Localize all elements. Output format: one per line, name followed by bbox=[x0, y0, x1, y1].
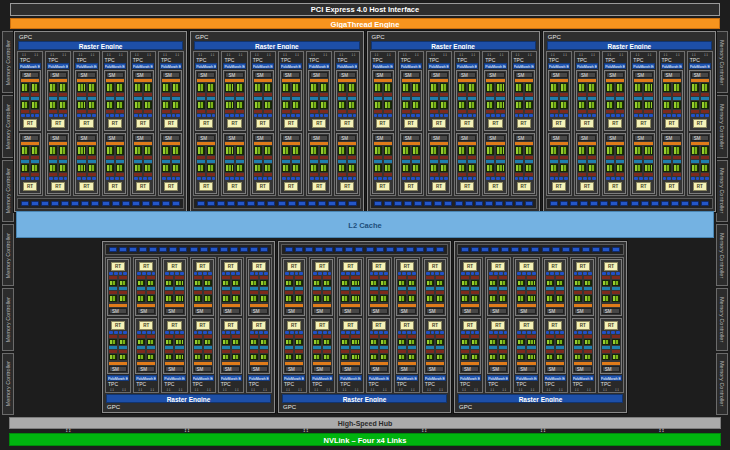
sm-core-block-2 bbox=[49, 101, 67, 110]
cuda-core-columns bbox=[370, 295, 378, 301]
cuda-core-columns bbox=[225, 164, 233, 173]
sm-cache-boxes bbox=[602, 272, 620, 275]
cuda-core-columns bbox=[426, 339, 434, 345]
sm-tex-bar bbox=[691, 160, 709, 163]
sm-label: SM bbox=[606, 135, 624, 141]
sm-core-block-1 bbox=[137, 354, 155, 360]
cuda-core-columns bbox=[588, 146, 596, 155]
sm-cache-boxes bbox=[430, 114, 448, 117]
cuda-core-columns bbox=[402, 146, 410, 155]
cuda-core-columns bbox=[556, 354, 564, 360]
connector-box bbox=[560, 201, 568, 206]
sm-register-bar bbox=[578, 156, 596, 159]
sm-tex-bar bbox=[691, 97, 709, 100]
sm-label: SM bbox=[515, 72, 533, 78]
polymorph-engine-bar: PolyMorph Engine bbox=[604, 63, 626, 69]
cuda-core-columns bbox=[285, 280, 293, 286]
sm-register-bar bbox=[254, 173, 272, 176]
sm-core-block-1 bbox=[606, 146, 624, 155]
sm-core-block-1 bbox=[285, 295, 303, 301]
sm-register-bar bbox=[106, 110, 124, 113]
sm-register-bar bbox=[310, 173, 328, 176]
sm-register-bar bbox=[578, 93, 596, 96]
cuda-core-columns bbox=[313, 339, 321, 345]
sm-block: SMRT CORE bbox=[160, 70, 182, 131]
sm-l1-instruction-bar bbox=[21, 142, 39, 145]
sm-core-block-1 bbox=[225, 83, 243, 92]
sm-register-bar bbox=[663, 93, 681, 96]
sm-l1-instruction-bar bbox=[517, 362, 535, 365]
sm-l1-instruction-bar bbox=[606, 142, 624, 145]
sm-tex-bar bbox=[106, 160, 124, 163]
sm-core-block-2 bbox=[634, 101, 652, 110]
cuda-core-columns bbox=[144, 146, 152, 155]
tpc-container: ↕↕↕↕TPCPolyMorph EngineSMRT CORESMRT COR… bbox=[457, 257, 624, 393]
sm-register-bar bbox=[225, 93, 243, 96]
sm-cache-boxes bbox=[137, 331, 155, 334]
sm-register-bar bbox=[109, 291, 127, 294]
cuda-core-columns bbox=[295, 354, 303, 360]
crossbar-connector-row bbox=[17, 198, 184, 209]
sm-core-block-1 bbox=[313, 354, 331, 360]
cuda-core-columns bbox=[550, 101, 558, 110]
sm-register-bar bbox=[402, 173, 420, 176]
rt-core-block: RT CORE bbox=[463, 262, 477, 271]
sm-register-bar bbox=[517, 350, 535, 353]
cuda-core-columns bbox=[338, 146, 346, 155]
cuda-core-columns bbox=[134, 101, 142, 110]
sm-core-block-2 bbox=[106, 164, 124, 173]
memory-controller-segment: Memory Controller bbox=[2, 353, 14, 415]
sm-cache-boxes bbox=[109, 331, 127, 334]
sm-tex-bar bbox=[486, 97, 504, 100]
cuda-core-columns bbox=[430, 101, 438, 110]
sm-l1-instruction-bar bbox=[338, 142, 356, 145]
sm-label: SM bbox=[197, 135, 215, 141]
sm-core-block-1 bbox=[222, 295, 240, 301]
rt-core-block: RT CORE bbox=[284, 119, 298, 128]
connector-box bbox=[465, 201, 473, 206]
sm-l1-instruction-bar bbox=[109, 362, 127, 365]
cuda-core-columns bbox=[59, 164, 67, 173]
sm-cache-boxes bbox=[517, 272, 535, 275]
cuda-core-columns bbox=[295, 339, 303, 345]
rt-core-block: RT CORE bbox=[287, 321, 301, 330]
crossbar-connector-row bbox=[457, 244, 624, 255]
sm-core-block-2 bbox=[134, 164, 152, 173]
sm-core-block-1 bbox=[517, 354, 535, 360]
sm-core-block-2 bbox=[691, 164, 709, 173]
sm-tex-bar bbox=[285, 287, 303, 290]
sm-cache-boxes bbox=[134, 114, 152, 117]
cuda-core-columns bbox=[250, 295, 258, 301]
connector-box bbox=[190, 247, 198, 252]
sm-label: SM bbox=[634, 72, 652, 78]
sm-tex-bar bbox=[285, 346, 303, 349]
rt-core-block: RT CORE bbox=[136, 182, 150, 191]
sm-tex-bar bbox=[486, 160, 504, 163]
cuda-core-columns bbox=[106, 101, 114, 110]
sm-core-block-2 bbox=[574, 280, 592, 286]
cuda-core-columns bbox=[468, 101, 476, 110]
cuda-core-columns bbox=[402, 164, 410, 173]
sm-label: SM bbox=[109, 366, 127, 372]
rt-core-block: RT CORE bbox=[252, 262, 266, 271]
sm-l1-instruction-bar bbox=[426, 362, 444, 365]
sm-register-bar bbox=[341, 291, 359, 294]
polymorph-engine-bar: PolyMorph Engine bbox=[456, 63, 478, 69]
connector-box bbox=[461, 247, 469, 252]
sm-cache-boxes bbox=[134, 177, 152, 180]
sm-register-bar bbox=[602, 335, 620, 338]
sm-tex-bar bbox=[517, 287, 535, 290]
sm-cache-boxes bbox=[338, 114, 356, 117]
sm-cache-boxes bbox=[458, 114, 476, 117]
sm-label: SM bbox=[663, 72, 681, 78]
sm-cache-boxes bbox=[663, 177, 681, 180]
up-down-arrows-icon: ↕↕ bbox=[427, 387, 432, 392]
connector-box bbox=[590, 201, 598, 206]
rt-core-block: RT CORE bbox=[580, 119, 594, 128]
connector-box bbox=[152, 201, 160, 206]
sm-register-bar bbox=[370, 335, 388, 338]
sm-register-bar bbox=[489, 350, 507, 353]
gpc-label: GPC bbox=[105, 403, 272, 411]
sm-core-block-2 bbox=[430, 101, 448, 110]
cuda-core-columns bbox=[165, 339, 173, 345]
